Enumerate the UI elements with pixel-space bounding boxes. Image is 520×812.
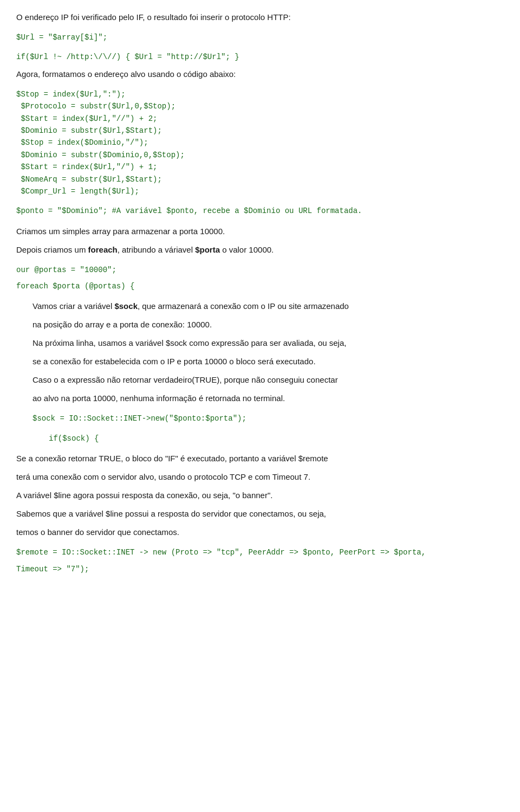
se-conexao-true-section: Se a conexão retornar TRUE, o bloco do "… (16, 452, 504, 539)
array-intro: Criamos um simples array para armazenar … (16, 225, 504, 238)
remote-code-line1: $remote = IO::Socket::INET -> new (Proto… (16, 546, 504, 558)
vamos-criar2-text: , que armazenará a conexão com o IP ou s… (138, 301, 349, 311)
vamos-criar-section: Vamos criar a variável $sock, que armaze… (32, 300, 504, 405)
foreach-intro: Depois criamos um foreach, atribundo a v… (16, 243, 504, 256)
intro-line1: O endereço IP foi verificado pelo IF, o … (16, 11, 504, 24)
if-sock-code: if($sock) { (49, 433, 504, 444)
timeout-code-line: Timeout => "7"); (16, 563, 504, 575)
sabemos-que-text: Sabemos que a variável $line possui a re… (16, 507, 504, 520)
intro-section: O endereço IP foi verificado pelo IF, o … (16, 11, 504, 24)
array-intro-section: Criamos um simples array para armazenar … (16, 225, 504, 256)
our-portas-code: our @portas = "10000"; (16, 264, 504, 276)
main-content: O endereço IP foi verificado pelo IF, o … (16, 11, 504, 575)
if-sock-section: if($sock) { (49, 433, 504, 444)
sock-bold: $sock (114, 301, 138, 311)
foreach-bold1: foreach (88, 245, 118, 254)
caso-exp-text: Caso o a expressão não retornar verdadei… (32, 373, 504, 386)
vamos-criar-text: Vamos criar a variável (32, 301, 114, 311)
a-variavel-text: A variável $line agora possui resposta d… (16, 489, 504, 502)
code-block1: $Stop = index($Url,":"); $Protocolo = su… (16, 88, 504, 198)
foreach-intro-mid: , atribundo a váriavel (118, 245, 195, 254)
foreach-intro-end: o valor 10000. (220, 245, 274, 254)
url-var-section: $Url = "$array[$i]"; (16, 31, 504, 43)
se-conexao1-text: se a conexão for estabelecida com o IP e… (32, 355, 504, 368)
ponto-section: $ponto = "$Dominio"; #A variável $ponto,… (16, 205, 504, 217)
our-portas-section: our @portas = "10000"; foreach $porta (@… (16, 264, 504, 293)
foreach-intro-start: Depois criamos um (16, 245, 88, 254)
format-intro: Agora, formatamos o endereço alvo usando… (16, 68, 504, 81)
proxima-linha-text: Na próxima linha, usamos a variável $soc… (32, 337, 504, 350)
sock-inet-code: $sock = IO::Socket::INET->new("$ponto:$p… (32, 413, 504, 424)
code-block1-section: $Stop = index($Url,":"); $Protocolo = su… (16, 88, 504, 198)
ao-alvo-text: ao alvo na porta 10000, nenhuma informaç… (32, 392, 504, 405)
na-posicao-text: na posição do array e a porta de conexão… (32, 318, 504, 331)
if-section: if($Url !~ /http:\/\//) { $Url = "http:/… (16, 51, 504, 80)
if-code: if($Url !~ /http:\/\//) { $Url = "http:/… (16, 51, 504, 63)
se-conexao-true-text: Se a conexão retornar TRUE, o bloco do "… (16, 452, 504, 465)
tera-conexao-text: terá uma conexão com o servidor alvo, us… (16, 471, 504, 484)
url-var-code: $Url = "$array[$i]"; (16, 31, 504, 43)
foreach-portas-code: foreach $porta (@portas) { (16, 280, 504, 292)
ponto-code: $ponto = "$Dominio"; #A variável $ponto,… (16, 205, 504, 217)
foreach-bold2: $porta (195, 245, 220, 254)
vamos-criar-para: Vamos criar a variável $sock, que armaze… (32, 300, 504, 313)
remote-code-section: $remote = IO::Socket::INET -> new (Proto… (16, 546, 504, 575)
sock-inet-section: $sock = IO::Socket::INET->new("$ponto:$p… (32, 413, 504, 424)
temos-banner-text: temos o banner do servidor que conectamo… (16, 526, 504, 539)
